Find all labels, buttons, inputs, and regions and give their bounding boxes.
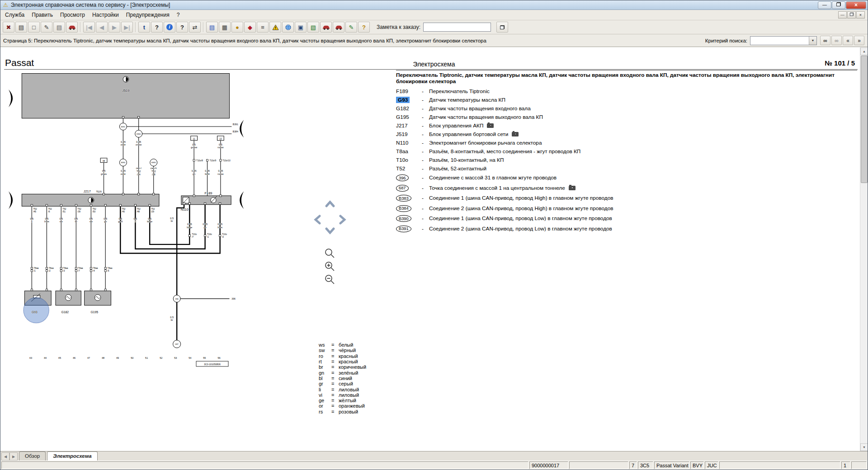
context-help-icon[interactable]: ? [176, 22, 188, 33]
search-binoculars-icon[interactable]: ∞ [820, 36, 830, 45]
legend-code[interactable]: B390 [396, 215, 411, 222]
print-icon[interactable]: ▤ [15, 22, 27, 33]
legend-row[interactable]: G182 - Датчик частоты вращения входного … [396, 104, 857, 113]
warnings-icon[interactable] [269, 22, 281, 33]
scrollbar-thumb[interactable] [861, 56, 868, 183]
menu-item[interactable]: Править [28, 10, 57, 19]
pan-up-button[interactable] [326, 202, 334, 206]
legend-code[interactable]: J519 [396, 131, 408, 137]
mdi-close-button[interactable]: × [856, 11, 865, 19]
legend-code[interactable]: B383 [396, 195, 411, 202]
workshop-order-icon[interactable]: ▤ [206, 22, 218, 33]
menu-item[interactable]: Настройки [89, 10, 123, 19]
info-icon[interactable]: i [164, 22, 175, 33]
menu-item[interactable]: Просмотр [57, 10, 89, 19]
pan-zoom-controls[interactable] [311, 199, 348, 334]
legend-code[interactable]: T10o [396, 157, 408, 163]
new-document-icon[interactable]: □ [28, 22, 40, 33]
legend-code[interactable]: G93 [396, 97, 410, 103]
legend-row[interactable]: B391 - Соединение 2 (шина CAN-привод, пр… [396, 224, 857, 234]
legend-code[interactable]: T52 [396, 165, 405, 172]
menu-item[interactable]: Служба [1, 10, 28, 19]
help-icon[interactable]: ? [151, 22, 163, 33]
legend-code[interactable]: N110 [396, 140, 408, 146]
bottom-tab[interactable]: Электросхема [47, 451, 97, 461]
legend-code[interactable]: T8aa [396, 148, 408, 155]
search-all-icon[interactable]: ∞ [831, 36, 842, 45]
vertical-scrollbar[interactable]: ▲ ▼ [860, 47, 868, 451]
legend-row[interactable]: J217 - Блок управления АКП [396, 121, 857, 130]
legend-row[interactable]: B384 - Соединение 2 (шина CAN-привод, пр… [396, 203, 857, 214]
legend-row[interactable]: J519 - Блок управления бортовой сети [396, 130, 857, 138]
legend-row[interactable]: F189 - Переключатель Tiptronic [396, 87, 857, 95]
camera-icon[interactable] [487, 123, 494, 128]
legend-code[interactable]: B384 [396, 205, 411, 212]
search-criteria-combobox[interactable]: ▼ [750, 36, 817, 45]
camera-icon[interactable] [569, 186, 576, 190]
legend-code[interactable]: 396 [396, 174, 409, 181]
order-note-input[interactable] [423, 23, 491, 32]
nav-next-icon[interactable]: ▶ [108, 22, 120, 33]
legend-code[interactable]: F189 [396, 88, 408, 94]
prev-hit-icon[interactable]: « [843, 36, 853, 45]
menu-item[interactable]: Предупреждения [123, 10, 173, 19]
save-icon[interactable]: ▣ [295, 22, 307, 33]
legend-row[interactable]: 396 - Соединение с массой 31 в главном ж… [396, 173, 857, 183]
legend-row[interactable]: B390 - Соединение 1 (шина CAN-привод, пр… [396, 213, 857, 224]
legend-code[interactable]: G182 [396, 105, 409, 112]
edit-note-icon[interactable]: ✎ [41, 22, 52, 33]
close-button[interactable]: × [846, 1, 866, 9]
calculation-icon[interactable]: ▦ [219, 22, 231, 33]
menu-item[interactable]: ? [173, 10, 184, 19]
j519-component[interactable] [22, 74, 229, 118]
combo-dropdown-arrow-icon[interactable]: ▼ [809, 37, 816, 45]
pan-down-button[interactable] [326, 229, 334, 233]
zoom-in-button[interactable] [326, 262, 334, 271]
zoom-out-button[interactable] [326, 275, 334, 284]
nav-last-icon[interactable]: ▶| [121, 22, 133, 33]
vehicle-icon[interactable] [66, 22, 78, 33]
legend-code[interactable]: B391 [396, 226, 411, 232]
note-green-icon[interactable]: ✎ [345, 22, 357, 33]
transfer-icon[interactable]: ⇄ [189, 22, 201, 33]
vehicle-data-icon[interactable] [320, 22, 332, 33]
camera-icon[interactable] [512, 132, 519, 136]
bottom-tab[interactable]: Обзор [19, 451, 46, 461]
documents-icon[interactable]: ≡ [257, 22, 269, 33]
g195-component[interactable] [85, 291, 111, 306]
legend-code[interactable]: 687 [396, 185, 409, 192]
parts-icon[interactable]: ● [231, 22, 243, 33]
legend-row[interactable]: T8aa - Разъём, 8-контактный, место соеди… [396, 147, 857, 155]
scroll-up-icon[interactable]: ▲ [860, 47, 868, 55]
mdi-restore-button[interactable] [847, 11, 856, 19]
legend-code[interactable]: G195 [396, 114, 409, 120]
g182-component[interactable] [56, 291, 81, 306]
next-hit-icon[interactable]: » [854, 36, 864, 45]
legend-row[interactable]: N110 - Электромагнит блокировки рычага с… [396, 138, 857, 147]
legend-row[interactable]: T10o - Разъём, 10-контактный, на КП [396, 155, 857, 164]
vehicle-search-icon[interactable] [333, 22, 344, 33]
pan-right-button[interactable] [340, 216, 344, 223]
history-icon[interactable]: t [138, 22, 150, 33]
legend-row[interactable]: T52 - Разъём, 52-контактный [396, 164, 857, 173]
tab-scroll-left-icon[interactable]: ◀ [1, 452, 9, 461]
search-criteria-value[interactable] [750, 37, 809, 45]
wiring-diagram[interactable]: J519J217F189N110G93G182G195B391B384B391B… [1, 70, 250, 380]
pan-left-button[interactable] [316, 216, 320, 223]
legend-row[interactable]: G195 - Датчик частоты вращения выходного… [396, 113, 857, 121]
scroll-down-icon[interactable]: ▼ [860, 443, 868, 451]
legend-row[interactable]: B383 - Соединение 1 (шина CAN-привод, пр… [396, 193, 857, 203]
restore-button[interactable] [832, 1, 845, 9]
legend-row[interactable]: 687 - Точка соединения с массой 1 на цен… [396, 183, 857, 193]
tab-scroll-right-icon[interactable]: ▶ [9, 452, 18, 461]
minimize-button[interactable]: — [818, 1, 831, 9]
window-export-icon[interactable] [496, 22, 508, 33]
faq-icon[interactable]: ? [358, 22, 370, 33]
nav-prev-icon[interactable]: ◀ [96, 22, 108, 33]
legend-row[interactable]: G93 - Датчик температуры масла КП [396, 95, 857, 104]
legend-code[interactable]: J217 [396, 122, 408, 129]
nav-first-icon[interactable]: |◀ [83, 22, 95, 33]
document-list-icon[interactable]: ▤ [53, 22, 65, 33]
exit-icon[interactable]: ✖ [3, 22, 14, 33]
zoom-reset-button[interactable] [326, 249, 334, 258]
